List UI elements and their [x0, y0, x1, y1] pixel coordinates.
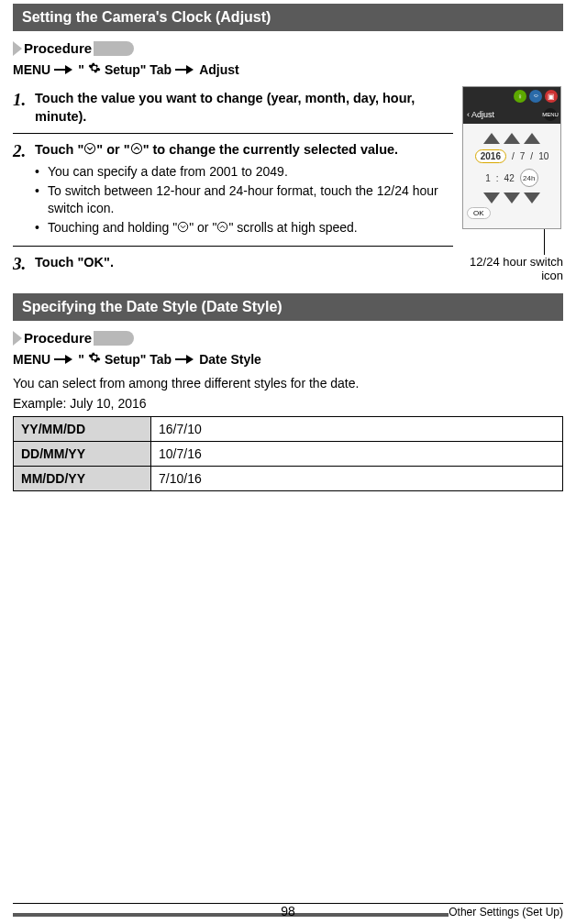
callout-label: 12/24 hour switch icon [462, 255, 563, 282]
mini-status-bar: ♀ ⌔ ▣ [463, 87, 560, 105]
step-text: Touch "" or "" to change the currently s… [35, 141, 453, 160]
desc-text: You can select from among three differen… [13, 376, 563, 390]
menu-path-part: Setup" Tab [105, 62, 172, 77]
step-3: 3. Touch "OK". [13, 254, 453, 274]
table-cell: 10/7/16 [151, 442, 563, 467]
menu-path-part: Date Style [199, 352, 261, 367]
step-number: 2. [13, 141, 35, 238]
menu-path-part: MENU [13, 352, 50, 367]
step-2: 2. Touch "" or "" to change the currentl… [13, 141, 453, 238]
mini-header: ‹ Adjust MENU [463, 105, 560, 124]
table-row: MM/DD/YY 7/10/16 [14, 467, 563, 491]
bullet: Touching and holding "" or "" scrolls at… [35, 219, 453, 237]
menu-path-part: Adjust [199, 62, 239, 77]
table-cell: 7/10/16 [151, 467, 563, 491]
bullet: You can specify a date from 2001 to 2049… [35, 163, 453, 181]
up-circle-icon [216, 220, 228, 237]
menu-icon: MENU [544, 108, 557, 121]
example-text: Example: July 10, 2016 [13, 396, 563, 411]
wifi-icon: ⌔ [529, 90, 542, 103]
procedure-label: Procedure [22, 40, 94, 56]
procedure-cap-icon [94, 41, 134, 56]
mini-year: 2016 [475, 149, 506, 163]
menu-path-part: " [78, 62, 84, 77]
page-number: 98 [281, 904, 295, 918]
section-title-date-style: Specifying the Date Style (Date Style) [13, 293, 563, 321]
mini-day: 10 [538, 151, 548, 161]
step-1: 1. Touch the value you want to change (y… [13, 90, 453, 126]
mini-min: 42 [504, 173, 515, 183]
down-circle-icon [83, 142, 96, 160]
mini-time-row: 1 : 42 24h [467, 169, 557, 187]
svg-point-0 [85, 143, 95, 153]
procedure-arrow-icon [13, 331, 22, 346]
table-header-cell: MM/DD/YY [14, 467, 151, 491]
table-header-cell: YY/MM/DD [14, 417, 151, 442]
right-arrow-icon [54, 65, 74, 74]
menu-path-part: Setup" Tab [105, 352, 172, 367]
step-number: 3. [13, 254, 35, 274]
mini-hour: 1 [485, 173, 491, 183]
procedure-heading: Procedure [13, 330, 563, 346]
step-text: Touch "OK". [35, 254, 453, 272]
table-cell: 16/7/10 [151, 417, 563, 442]
right-arrow-icon [175, 355, 195, 364]
step-text: Touch the value you want to change (year… [35, 90, 453, 126]
right-arrow-icon [54, 355, 74, 364]
mini-month: 7 [520, 151, 526, 161]
callout-line [544, 229, 545, 255]
procedure-cap-icon [94, 331, 134, 346]
svg-point-2 [179, 222, 188, 231]
screenshot-illustration: ♀ ⌔ ▣ ‹ Adjust MENU 2016 / 7 / 10 [462, 86, 563, 282]
gear-icon [88, 351, 101, 367]
mini-screen: ♀ ⌔ ▣ ‹ Adjust MENU 2016 / 7 / 10 [462, 86, 561, 229]
procedure-label: Procedure [22, 330, 94, 346]
menu-path-part: " [78, 352, 84, 367]
page-footer: 98 Other Settings (Set Up) [13, 903, 563, 918]
step-number: 1. [13, 90, 35, 126]
table-row: DD/MM/YY 10/7/16 [14, 442, 563, 467]
status-icon: ♀ [514, 90, 526, 103]
step-bullets: You can specify a date from 2001 to 2049… [35, 163, 453, 236]
mini-date-row: 2016 / 7 / 10 [467, 149, 557, 163]
table-header-cell: DD/MM/YY [14, 442, 151, 467]
bullet: To switch between 12-hour and 24-hour fo… [35, 182, 453, 217]
section-title-adjust: Setting the Camera's Clock (Adjust) [13, 4, 563, 31]
menu-path-adjust: MENU " Setup" Tab Adjust [13, 61, 563, 77]
procedure-heading: Procedure [13, 40, 563, 56]
procedure-arrow-icon [13, 41, 22, 56]
up-circle-icon [130, 142, 143, 160]
footer-section-name: Other Settings (Set Up) [449, 906, 563, 918]
divider [13, 133, 453, 134]
camera-icon: ▣ [545, 90, 558, 103]
menu-path-part: MENU [13, 62, 50, 77]
svg-point-3 [218, 222, 227, 231]
right-arrow-icon [175, 65, 195, 74]
down-arrows-icon [467, 192, 557, 204]
divider [13, 246, 453, 247]
gear-icon [88, 61, 101, 77]
date-style-table: YY/MM/DD 16/7/10 DD/MM/YY 10/7/16 MM/DD/… [13, 416, 563, 491]
mini-ok-button: OK [467, 207, 491, 219]
up-arrows-icon [467, 133, 557, 144]
menu-path-date-style: MENU " Setup" Tab Date Style [13, 351, 563, 367]
hour-format-switch-icon: 24h [520, 169, 538, 187]
down-circle-icon [177, 220, 189, 237]
table-row: YY/MM/DD 16/7/10 [14, 417, 563, 442]
svg-point-1 [131, 143, 141, 153]
back-icon: ‹ Adjust [467, 110, 494, 119]
